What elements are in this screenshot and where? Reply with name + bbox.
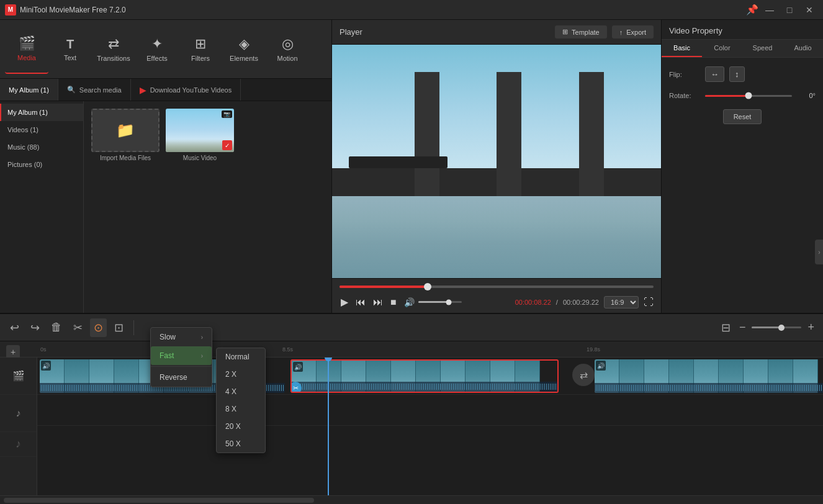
video-clip-right[interactable]: 🔊 [595,359,823,393]
fast-submenu: Normal 2 X 4 X 8 X 20 X 50 X [216,348,266,453]
media-grid: 📁 Import Media Files 📷 ✓ Music Video [84,101,331,313]
toolbar-item-text[interactable]: T Text [48,24,92,74]
panel-collapse-button[interactable]: › [815,240,823,264]
text-label: Text [64,54,76,61]
crop-button[interactable]: ⊡ [110,318,127,337]
volume-slider[interactable]: 🔊 [403,296,462,308]
search-icon: 🔍 [67,86,76,94]
rotate-slider[interactable]: 0° [705,92,816,99]
aspect-ratio-select[interactable]: 16:9 9:16 4:3 1:1 [604,296,639,308]
play-button[interactable]: ▶ [340,295,349,309]
toolbar-item-media[interactable]: 🎬 Media [5,24,48,74]
elements-label: Elements [230,55,258,62]
progress-thumb[interactable] [424,283,431,290]
content-area: My Album (1) Videos (1) Music (88) Pictu… [0,101,331,313]
transitions-label: Transitions [97,55,130,62]
stop-button[interactable]: ■ [389,295,398,309]
sidebar-item-music[interactable]: Music (88) [0,138,83,156]
ruler-mark-0s: 0s [40,346,47,353]
playhead[interactable] [328,358,329,495]
youtube-icon: ▶ [140,85,146,95]
bottom-area: ↩ ↪ 🗑 ✂ ⊙ ⊡ ⊟ − + + 0s 8.5s 19.8s 🎬 [0,313,823,504]
sidebar-item-my-album[interactable]: My Album (1) [0,104,83,121]
tab-speed[interactable]: Speed [742,40,783,57]
speed-50x[interactable]: 50 X [217,435,265,452]
speed-8x[interactable]: 8 X [217,400,265,418]
ruler-mark-19s: 19.8s [587,346,600,353]
speed-menu-item-slow[interactable]: Slow › [151,328,212,346]
zoom-out-button[interactable]: − [737,320,749,335]
import-label: Import Media Files [100,155,151,161]
toolbar-item-motion[interactable]: ◎ Motion [266,24,309,74]
tab-my-album[interactable]: My Album (1) [0,79,58,101]
video-check-icon: ✓ [222,140,232,150]
rotate-value: 0° [797,92,816,99]
flip-horizontal-button[interactable]: ↔ [705,66,724,82]
export-button[interactable]: ↑ Export [612,25,654,38]
transitions-icon: ⇄ [108,36,119,52]
clip-mute-icon: 🔊 [41,361,51,371]
undo-button[interactable]: ↩ [6,318,23,337]
toolbar-item-elements[interactable]: ◈ Elements [222,24,266,74]
audio-track-icon: ♪ [16,408,21,419]
speed-menu-item-reverse[interactable]: Reverse [151,368,212,387]
delete-button[interactable]: 🗑 [47,318,66,336]
toolbar-item-filters[interactable]: ⊞ Filters [179,24,222,74]
import-media-item[interactable]: 📁 Import Media Files [91,109,160,161]
speed-2x[interactable]: 2 X [217,366,265,383]
speed-menu-item-fast[interactable]: Fast › [151,346,212,365]
minimize-button[interactable]: — [761,4,778,16]
reset-button[interactable]: Reset [723,109,762,124]
transition-arrow[interactable]: ⇄ [572,364,595,386]
speed-menu: Slow › Fast › Reverse [150,327,212,387]
toolbar-item-transitions[interactable]: ⇄ Transitions [92,24,135,74]
volume-icon[interactable]: 🔊 [403,296,416,308]
sidebar-item-videos[interactable]: Videos (1) [0,121,83,138]
media-icon: 🎬 [19,35,35,52]
close-button[interactable]: ✕ [801,4,818,16]
maximize-button[interactable]: □ [781,4,798,16]
zoom-in-button[interactable]: + [805,320,817,335]
controls-row: ▶ ⏮ ⏭ ■ 🔊 00:00:08.22 / 00:00:29.22 16:9… [340,295,654,309]
track-label-video: 🎬 [0,358,37,395]
media-label: Media [17,54,36,61]
speed-4x[interactable]: 4 X [217,383,265,400]
toolbar: 🎬 Media T Text ⇄ Transitions ✦ Effects ⊞… [0,20,331,79]
next-button[interactable]: ⏭ [372,295,384,309]
progress-bar[interactable] [340,282,654,291]
search-media-label: Search media [79,86,122,94]
titlebar: M MiniTool MovieMaker Free 7.2.0 📌 — □ ✕ [0,0,823,20]
toolbar-item-effects[interactable]: ✦ Effects [135,24,179,74]
video-clip-selected[interactable]: 🔊 ✂ [290,359,559,393]
cut-button[interactable]: ✂ [70,318,86,337]
tab-basic[interactable]: Basic [662,40,702,57]
music-video-item[interactable]: 📷 ✓ Music Video [166,109,234,161]
zoom-controls: ⊟ − + [719,320,817,336]
timeline-scrollbar[interactable] [0,495,823,504]
speed-20x[interactable]: 20 X [217,418,265,435]
player-label: Player [340,27,362,37]
sidebar-item-pictures[interactable]: Pictures (0) [0,156,83,173]
add-audio-track-button[interactable]: ♪ [0,432,37,457]
clip-scissors-icon: ✂ [290,382,302,393]
speed-normal[interactable]: Normal [217,348,265,366]
flip-vertical-button[interactable]: ↕ [729,66,745,82]
property-tabs: Basic Color Speed Audio [662,40,823,58]
redo-button[interactable]: ↪ [27,318,43,337]
motion-label: Motion [277,55,297,62]
prev-button[interactable]: ⏮ [354,295,367,309]
export-icon: ↑ [619,29,623,36]
template-button[interactable]: ⊞ Template [555,25,607,38]
fit-timeline-button[interactable]: ⊟ [719,320,733,336]
template-icon: ⊞ [562,28,568,36]
main-layout: 🎬 Media T Text ⇄ Transitions ✦ Effects ⊞… [0,20,823,313]
tab-search-media[interactable]: 🔍 Search media [58,79,131,101]
tab-color[interactable]: Color [702,40,742,57]
tab-audio[interactable]: Audio [783,40,823,57]
speed-button[interactable]: ⊙ [90,318,107,337]
video-frame [332,45,661,278]
fullscreen-button[interactable]: ⛶ [644,297,654,308]
add-track-button[interactable]: + [6,345,20,359]
motion-icon: ◎ [282,36,294,52]
tab-download-youtube[interactable]: ▶ Download YouTube Videos [131,79,241,101]
